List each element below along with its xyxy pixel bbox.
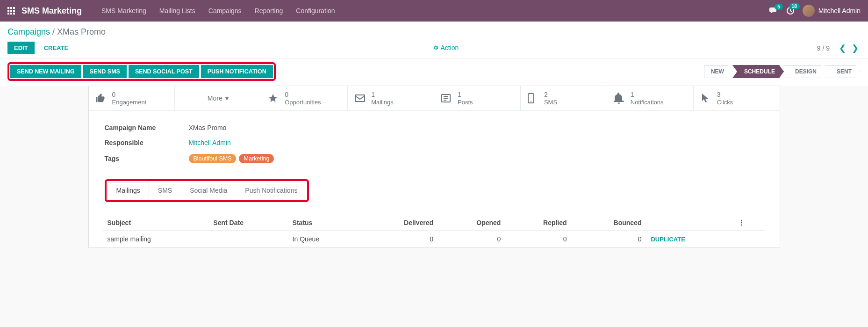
nav-campaigns[interactable]: Campaigns xyxy=(202,7,248,15)
gear-icon xyxy=(433,45,438,51)
form-sheet: 0EngagementMore ▾0Opportunities1Mailings… xyxy=(88,86,780,248)
stat-mailings[interactable]: 1Mailings xyxy=(348,86,434,110)
duplicate-button[interactable]: DUPLICATE xyxy=(651,236,685,243)
app-title: SMS Marketing xyxy=(22,6,82,16)
th-opened[interactable]: Opened xyxy=(438,215,505,231)
breadcrumb-current: XMas Promo xyxy=(57,27,106,36)
campaign-name-label: Campaign Name xyxy=(105,124,189,131)
cell-sent-date xyxy=(208,231,287,248)
svg-point-7 xyxy=(531,101,531,102)
star-icon xyxy=(268,93,280,103)
nav-sms-marketing[interactable]: SMS Marketing xyxy=(95,7,153,15)
highlighted-action-buttons: SEND NEW MAILING SEND SMS SEND SOCIAL PO… xyxy=(7,62,276,81)
more-label: More xyxy=(208,94,222,102)
bell-icon xyxy=(614,93,626,104)
mobile-icon xyxy=(527,93,539,104)
stat-more[interactable]: More ▾ xyxy=(175,86,261,110)
status-step-design[interactable]: DESIGN xyxy=(783,65,825,78)
send-sms-button[interactable]: SEND SMS xyxy=(83,65,127,78)
th-sent-date[interactable]: Sent Date xyxy=(208,215,287,231)
activities-badge: 18 xyxy=(789,3,800,9)
table-row[interactable]: sample mailing In Queue 0 0 0 0 DUPLICAT… xyxy=(103,231,766,248)
top-navbar: SMS Marketing SMS Marketing Mailing List… xyxy=(0,0,868,22)
send-social-post-button[interactable]: SEND SOCIAL POST xyxy=(129,65,199,78)
stat-posts[interactable]: 1Posts xyxy=(434,86,521,110)
pager-prev[interactable]: ❮ xyxy=(837,43,848,53)
th-delivered[interactable]: Delivered xyxy=(360,215,438,231)
cell-replied: 0 xyxy=(505,231,571,248)
send-new-mailing-button[interactable]: SEND NEW MAILING xyxy=(10,65,81,78)
cell-bounced: 0 xyxy=(572,231,646,248)
tag[interactable]: Marketing xyxy=(239,154,274,163)
status-step-sent[interactable]: SENT xyxy=(825,65,861,78)
tab-sms[interactable]: SMS xyxy=(149,182,181,199)
pager-count: 9 / 9 xyxy=(817,44,830,52)
th-replied[interactable]: Replied xyxy=(505,215,571,231)
activities-indicator[interactable]: 18 xyxy=(786,6,795,15)
edit-button[interactable]: EDIT xyxy=(7,42,35,54)
tag[interactable]: Bioutifoul SMS xyxy=(189,154,237,163)
mailings-table: Subject Sent Date Status Delivered Opene… xyxy=(103,215,766,247)
action-dropdown[interactable]: Action xyxy=(433,44,459,51)
th-options[interactable]: ⋮ xyxy=(733,215,765,231)
responsible-label: Responsible xyxy=(105,139,189,146)
caret-down-icon: ▾ xyxy=(225,94,229,102)
tags-container: Bioutifoul SMSMarketing xyxy=(189,154,274,163)
th-status[interactable]: Status xyxy=(288,215,360,231)
th-subject[interactable]: Subject xyxy=(103,215,209,231)
status-step-schedule[interactable]: SCHEDULE xyxy=(732,65,784,78)
breadcrumb-parent[interactable]: Campaigns xyxy=(7,27,50,36)
user-menu[interactable]: Mitchell Admin xyxy=(803,5,861,17)
nav-configuration[interactable]: Configuration xyxy=(289,7,341,15)
th-action xyxy=(646,215,733,231)
statusbar-row: SEND NEW MAILING SEND SMS SEND SOCIAL PO… xyxy=(0,58,868,86)
create-button[interactable]: CREATE xyxy=(37,42,75,54)
stat-engagement[interactable]: 0Engagement xyxy=(89,86,175,110)
tab-push-notifications[interactable]: Push Notifications xyxy=(236,182,306,199)
avatar xyxy=(803,5,815,17)
apps-icon[interactable] xyxy=(7,7,15,15)
statusbar: NEWSCHEDULEDESIGNSENT xyxy=(704,65,861,78)
nav-mailing-lists[interactable]: Mailing Lists xyxy=(153,7,202,15)
push-notification-button[interactable]: PUSH NOTIFICATION xyxy=(201,65,273,78)
stat-buttons: 0EngagementMore ▾0Opportunities1Mailings… xyxy=(89,86,780,111)
status-step-new[interactable]: NEW xyxy=(704,65,733,78)
thumbs-up-icon xyxy=(95,93,108,103)
cell-delivered: 0 xyxy=(360,231,438,248)
stat-clicks[interactable]: 3Clicks xyxy=(694,86,780,110)
control-panel: Campaigns / XMas Promo EDIT CREATE Actio… xyxy=(0,22,868,58)
envelope-icon xyxy=(354,94,366,103)
tab-mailings[interactable]: Mailings xyxy=(108,182,149,199)
responsible-value[interactable]: Mitchell Admin xyxy=(189,139,231,146)
stat-opportunities[interactable]: 0Opportunities xyxy=(261,86,348,110)
campaign-name-value: XMas Promo xyxy=(189,124,227,131)
pager-next[interactable]: ❯ xyxy=(850,43,861,53)
tab-social-media[interactable]: Social Media xyxy=(181,182,236,199)
svg-rect-1 xyxy=(355,95,365,102)
cell-status: In Queue xyxy=(288,231,360,248)
stat-notifications[interactable]: 1Notifications xyxy=(607,86,694,110)
tags-label: Tags xyxy=(105,155,189,162)
messages-indicator[interactable]: 5 xyxy=(769,7,778,15)
stat-sms[interactable]: 2SMS xyxy=(521,86,607,110)
pointer-icon xyxy=(700,93,712,104)
user-name: Mitchell Admin xyxy=(818,7,861,15)
highlighted-tabs: MailingsSMSSocial MediaPush Notification… xyxy=(105,179,309,202)
th-bounced[interactable]: Bounced xyxy=(572,215,646,231)
breadcrumb: Campaigns / XMas Promo xyxy=(7,27,861,37)
nav-reporting[interactable]: Reporting xyxy=(248,7,290,15)
cell-subject: sample mailing xyxy=(103,231,209,248)
messages-badge: 5 xyxy=(775,4,783,10)
newspaper-icon xyxy=(441,93,453,103)
cell-opened: 0 xyxy=(438,231,505,248)
